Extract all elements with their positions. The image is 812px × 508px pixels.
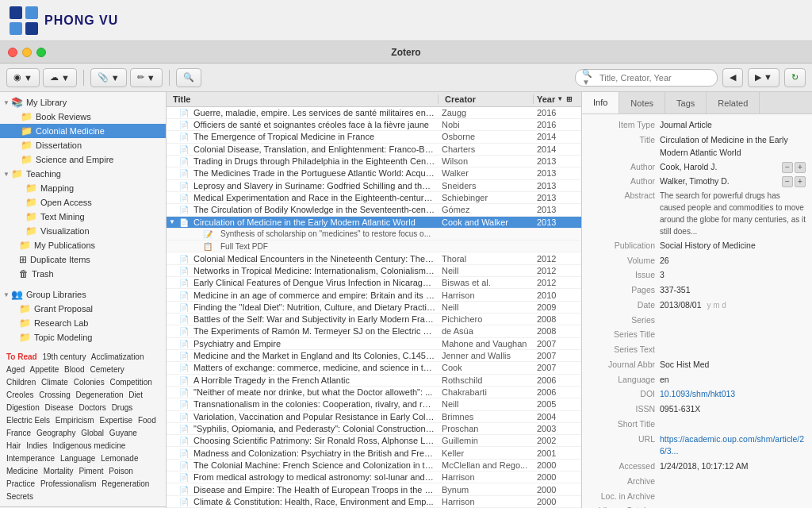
title-value[interactable]: Circulation of Medicine in the Early Mod… bbox=[660, 134, 806, 160]
tag-blood[interactable]: Blood bbox=[64, 365, 85, 374]
tab-info[interactable]: Info bbox=[582, 92, 619, 114]
sidebar-item-my-publications[interactable]: 📁 My Publications bbox=[0, 238, 166, 252]
list-item[interactable]: 📄 Trading in Drugs through Philadelphia … bbox=[167, 156, 581, 167]
minimize-button[interactable] bbox=[22, 48, 32, 57]
nav-back-btn[interactable]: ◀ bbox=[722, 68, 743, 87]
close-button[interactable] bbox=[8, 48, 17, 57]
tag-degeneration[interactable]: Degeneration bbox=[76, 391, 124, 399]
sidebar-item-group-libraries[interactable]: ▼ 👥 Group Libraries bbox=[0, 287, 166, 302]
tag-electric-eels[interactable]: Electric Eels bbox=[6, 416, 50, 425]
col-header-creator[interactable]: Creator bbox=[439, 94, 534, 104]
list-item[interactable]: 📄 Leprosy and Slavery in Suriname: Godfr… bbox=[167, 180, 581, 192]
journal-abbr-value[interactable]: Soc Hist Med bbox=[660, 359, 806, 371]
volume-value[interactable]: 26 bbox=[660, 255, 806, 267]
author1-plus-btn[interactable]: + bbox=[795, 162, 806, 173]
list-item[interactable]: 📄 Transnationalism in the colonies: Coop… bbox=[167, 398, 581, 410]
tag-secrets[interactable]: Secrets bbox=[6, 492, 33, 501]
maximize-button[interactable] bbox=[36, 48, 46, 57]
search-box[interactable]: 🔍▼ bbox=[575, 69, 718, 87]
list-item[interactable]: 📄 "Neither of meate nor drinke, but what… bbox=[167, 387, 581, 398]
tag-france[interactable]: France bbox=[6, 429, 31, 437]
author1-minus-btn[interactable]: − bbox=[782, 162, 793, 173]
tag-indigenous[interactable]: Indigenous medicine bbox=[53, 441, 126, 450]
author2-value[interactable]: Walker, Timothy D. bbox=[660, 175, 779, 188]
tag-disease[interactable]: Disease bbox=[44, 403, 73, 412]
issn-value[interactable]: 0951-631X bbox=[660, 403, 806, 416]
tag-poison[interactable]: Poison bbox=[109, 467, 133, 475]
list-item[interactable]: 📄 Guerre, maladie, empire. Les services … bbox=[167, 107, 581, 119]
list-item[interactable]: 📄 Disease and Empire: The Health of Euro… bbox=[167, 483, 581, 495]
sidebar-item-mapping[interactable]: 📁 Mapping bbox=[0, 181, 166, 195]
sidebar-item-research-lab[interactable]: 📁 Research Lab bbox=[0, 316, 166, 330]
toolbar-note-btn[interactable]: ✏ ▼ bbox=[130, 68, 163, 87]
tag-professionalism[interactable]: Professionalism bbox=[40, 479, 97, 488]
sidebar-item-visualization[interactable]: 📁 Visualization bbox=[0, 224, 166, 238]
issue-value[interactable]: 3 bbox=[660, 269, 806, 282]
tag-acclimatization[interactable]: Acclimatization bbox=[91, 352, 144, 361]
list-item-selected[interactable]: ▼ 📄 Circulation of Medicine in the Early… bbox=[167, 217, 581, 229]
tag-creoles[interactable]: Creoles bbox=[6, 391, 33, 399]
tag-19th[interactable]: 19th century bbox=[43, 352, 86, 361]
list-item[interactable]: 📄 "Syphilis, Opiomania, and Pederasty": … bbox=[167, 423, 581, 435]
sidebar-item-topic-modeling[interactable]: 📁 Topic Modeling bbox=[0, 330, 166, 344]
list-item[interactable]: 📄 The Circulation of Bodily Knowledge in… bbox=[167, 204, 581, 216]
list-item[interactable]: 📄 Medical Experimentation and Race in th… bbox=[167, 192, 581, 204]
sync-btn[interactable]: ↻ bbox=[784, 68, 806, 87]
tag-regeneration[interactable]: Regeneration bbox=[102, 479, 149, 488]
list-item[interactable]: 📄 Colonial Disease, Translation, and Enl… bbox=[167, 144, 581, 156]
tag-children[interactable]: Children bbox=[6, 378, 36, 387]
toolbar-new-btn[interactable]: ◉ ▼ bbox=[6, 68, 40, 87]
col-header-year[interactable]: Year ▼ ⊞ bbox=[534, 94, 581, 104]
date-value[interactable]: 2013/08/01 y m d bbox=[660, 299, 806, 312]
nav-forward-btn[interactable]: ▶ ▼ bbox=[748, 68, 779, 87]
toolbar-cloud-btn[interactable]: ☁ ▼ bbox=[43, 68, 77, 87]
list-item[interactable]: 📄 Psychiatry and Empire Mahone and Vaugh… bbox=[167, 338, 581, 350]
list-item[interactable]: 📄 Officiers de santé et soignantes créol… bbox=[167, 119, 581, 131]
col-header-title[interactable]: Title bbox=[167, 94, 439, 104]
tag-crossing[interactable]: Crossing bbox=[39, 391, 70, 399]
tag-drugs[interactable]: Drugs bbox=[112, 403, 133, 412]
tag-competition[interactable]: Competition bbox=[109, 378, 151, 387]
search-input[interactable] bbox=[599, 73, 710, 83]
tab-notes[interactable]: Notes bbox=[619, 92, 665, 114]
sidebar-item-trash[interactable]: 🗑 Trash bbox=[0, 267, 166, 281]
sidebar-item-duplicate[interactable]: ⊞ Duplicate Items bbox=[0, 252, 166, 267]
expand-btn[interactable]: ▼ bbox=[167, 218, 178, 225]
tag-food[interactable]: Food bbox=[138, 416, 156, 425]
toolbar-attach-btn[interactable]: 📎 ▼ bbox=[90, 68, 127, 87]
toolbar-search-btn[interactable]: 🔍 bbox=[176, 68, 201, 87]
list-item[interactable]: 📄 Matters of exchange: commerce, medicin… bbox=[167, 362, 581, 374]
list-item[interactable]: 📄 Variolation, Vaccination and Popular R… bbox=[167, 411, 581, 423]
tag-language[interactable]: Language bbox=[60, 454, 96, 463]
language-value[interactable]: en bbox=[660, 374, 806, 387]
subrow-pdf[interactable]: 📋 Full Text PDF bbox=[167, 241, 581, 252]
list-item[interactable]: 📄 From medical astrology to medical astr… bbox=[167, 471, 581, 483]
list-item[interactable]: 📄 Climate & Constitution: Health, Race, … bbox=[167, 496, 581, 508]
list-item[interactable]: 📄 Madness and Colonization: Psychiatry i… bbox=[167, 447, 581, 459]
list-item[interactable]: 📄 Early Clinical Features of Dengue Viru… bbox=[167, 277, 581, 289]
tag-intemperance[interactable]: Intemperance bbox=[6, 454, 55, 463]
tag-global[interactable]: Global bbox=[81, 429, 104, 437]
sidebar-item-teaching[interactable]: ▼ 📁 Teaching bbox=[0, 167, 166, 181]
tag-indies[interactable]: Indies bbox=[26, 441, 48, 450]
author1-value[interactable]: Cook, Harold J. bbox=[660, 161, 779, 174]
subrow-note[interactable]: 📝 Synthesis of scholarship on "medicines… bbox=[167, 229, 581, 241]
tab-tags[interactable]: Tags bbox=[665, 92, 707, 114]
tag-cemetery[interactable]: Cemetery bbox=[90, 365, 124, 374]
tag-hair[interactable]: Hair bbox=[6, 441, 21, 450]
tag-piment[interactable]: Piment bbox=[79, 467, 103, 475]
accessed-value[interactable]: 1/24/2018, 10:17:12 AM bbox=[660, 460, 806, 473]
tag-digestion[interactable]: Digestion bbox=[6, 403, 40, 412]
tag-colonies[interactable]: Colonies bbox=[74, 378, 105, 387]
tag-empiricism[interactable]: Empiricism bbox=[56, 416, 94, 425]
author2-minus-btn[interactable]: − bbox=[782, 176, 793, 187]
author2-plus-btn[interactable]: + bbox=[795, 176, 806, 187]
tag-expertise[interactable]: Expertise bbox=[99, 416, 132, 425]
list-item[interactable]: 📄 The Colonial Machine: French Science a… bbox=[167, 460, 581, 471]
tag-aged[interactable]: Aged bbox=[6, 365, 25, 374]
list-item[interactable]: 📄 Colonial Medical Encounters in the Nin… bbox=[167, 252, 581, 264]
sidebar-item-colonial-medicine[interactable]: 📁 Colonial Medicine bbox=[0, 124, 166, 138]
tag-mortality[interactable]: Mortality bbox=[44, 467, 74, 475]
list-item[interactable]: 📄 A Horrible Tragedy in the French Atlan… bbox=[167, 375, 581, 387]
doi-value[interactable]: 10.1093/shm/hkt013 bbox=[660, 388, 806, 401]
